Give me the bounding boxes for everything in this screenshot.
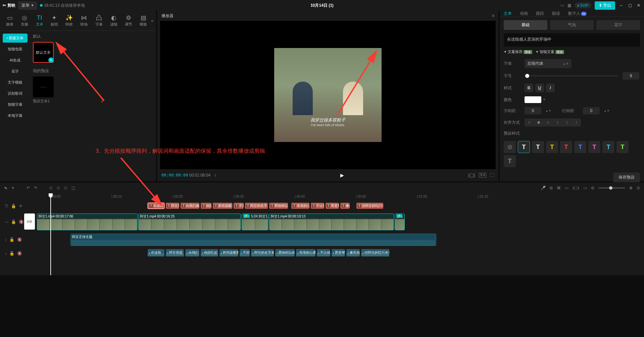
export-button[interactable]: ⬆ 导出	[595, 1, 615, 10]
text-clip[interactable]: T向我们娓娓	[181, 203, 199, 209]
text-clip[interactable]: T阿甘的名字	[245, 203, 268, 209]
ratio-icon[interactable]: 9:4	[479, 173, 486, 178]
audio-voice-clip[interactable]: ♪阿甘的名字来	[251, 249, 274, 256]
save-preset-button[interactable]: 保存预设	[613, 173, 640, 182]
zoom-slider[interactable]	[598, 187, 625, 189]
audio-voice-clip[interactable]: ♪而他却以此	[275, 249, 295, 256]
preset-none[interactable]: ⊘	[504, 141, 516, 153]
lock-icon[interactable]: 🔓	[9, 237, 14, 242]
redo-button[interactable]: ↷	[34, 186, 37, 190]
tool-media[interactable]: ▭媒体	[3, 12, 17, 29]
audio-voice-clip[interactable]: ♪那些温暖而	[219, 249, 238, 256]
text-clip[interactable]: T像他	[340, 203, 350, 209]
video-clip[interactable]: ⚡变速 1	[395, 213, 405, 230]
delete-left-button[interactable]: ⦾	[57, 186, 60, 190]
close-button[interactable]: ✕	[636, 3, 641, 8]
audio-voice-clip[interactable]: ♪不让他	[317, 249, 330, 256]
audio-clip[interactable]: 阿甘正传主题	[70, 234, 436, 246]
color-picker[interactable]	[525, 96, 541, 103]
align-left[interactable]: ≡	[525, 119, 533, 126]
underline-button[interactable]: U	[535, 84, 544, 92]
playhead[interactable]	[50, 193, 51, 275]
video-clip[interactable]: 阿甘1.mp4 00:00:17:06	[37, 213, 138, 230]
menu-button[interactable]: 菜单▼	[18, 1, 37, 10]
minimize-button[interactable]: ─	[618, 3, 624, 8]
sidebar-lyrics[interactable]: 识别歌词	[3, 89, 28, 98]
play-button[interactable]: ▶	[340, 173, 344, 178]
marker-icon[interactable]: ⦀	[214, 173, 216, 178]
fullscreen-icon[interactable]: ⛶	[490, 173, 494, 178]
text-clip[interactable]: T但阿甘的IQ只有	[356, 203, 383, 209]
text-clip[interactable]: T母亲的心	[291, 203, 309, 209]
snap-icon[interactable]: ⊏⊐	[573, 186, 579, 190]
preset-green[interactable]: T	[616, 141, 629, 153]
tool-adjust[interactable]: ⚙调节	[121, 12, 136, 29]
lock-icon[interactable]: 🔓	[11, 220, 16, 224]
text-clip[interactable]: T他回忆	[201, 203, 211, 209]
cursor-tool[interactable]: ⬉	[4, 186, 7, 190]
audio-voice-clip[interactable]: ♪阿甘用温	[166, 249, 184, 256]
tool-transition[interactable]: ⋈转场	[77, 12, 91, 29]
audio-voice-clip[interactable]: ♪向我们	[185, 249, 199, 256]
audio-voice-clip[interactable]: ♪不同	[240, 249, 250, 256]
sidebar-ai-gen[interactable]: AI生成	[3, 56, 28, 65]
italic-button[interactable]: I	[546, 84, 555, 92]
text-clip[interactable]: T不同	[234, 203, 244, 209]
align-center[interactable]: ≡	[535, 119, 543, 126]
spacing-input[interactable]: 0	[525, 107, 541, 114]
tool-template[interactable]: ▤模板	[136, 12, 150, 29]
cover-thumb[interactable]: 封面	[24, 213, 35, 230]
zoom-out[interactable]: ⊖	[591, 186, 594, 190]
lock-icon[interactable]: 🔓	[9, 251, 14, 256]
lock-icon[interactable]: 🔓	[11, 204, 16, 208]
ai-smart[interactable]: ✦ 智能文案 限免	[536, 49, 564, 54]
ai-recommend[interactable]: ✦ 文案推荐 限免	[504, 49, 532, 54]
delete-button[interactable]: ▢	[71, 186, 75, 190]
tool-effect[interactable]: ✨特效	[62, 12, 76, 29]
font-select[interactable]: 后现代体▲▼	[525, 59, 572, 68]
align-v3[interactable]: ⦀	[572, 119, 580, 126]
audio-voice-clip[interactable]: ♪但阿甘的IQ只有75	[361, 249, 389, 256]
link-icon[interactable]: ⌘	[557, 186, 561, 190]
text-content-input[interactable]: 在这段感人至深的开场中	[504, 33, 640, 47]
align-v2[interactable]: ⦀	[563, 119, 571, 126]
player-menu-icon[interactable]: ≡	[492, 13, 494, 18]
magnet-icon[interactable]: ⧉	[550, 186, 553, 190]
sidebar-template[interactable]: 文字模板	[3, 78, 28, 87]
visibility-icon[interactable]: 👁	[19, 204, 23, 208]
bold-button[interactable]: B	[525, 84, 533, 92]
text-clip[interactable]: T阿甘用	[166, 203, 179, 209]
tool-filter[interactable]: ◐滤镜	[107, 12, 121, 29]
align-right[interactable]: ≡	[544, 119, 552, 126]
line-input[interactable]: 0	[583, 107, 600, 114]
preset-cyan[interactable]: T	[602, 141, 614, 153]
preview-icon[interactable]: ▭	[565, 186, 568, 190]
audio-voice-clip[interactable]: ♪而是帮	[332, 249, 345, 256]
sidebar-smart-pack[interactable]: 智能包装	[3, 45, 28, 54]
preset-white[interactable]: T	[518, 141, 530, 153]
sidebar-fancy[interactable]: 花字	[3, 67, 28, 76]
maximize-button[interactable]: ▢	[627, 3, 633, 8]
tab-track[interactable]: 跟踪	[536, 11, 544, 16]
text-clip[interactable]: T而他却以	[269, 203, 288, 209]
safe-zone-icon[interactable]: [◯]	[468, 173, 475, 178]
sidebar-local-caption[interactable]: 本地字幕	[3, 111, 28, 120]
preset-red[interactable]: T	[560, 141, 572, 153]
audio-voice-clip[interactable]: ♪像其他	[346, 249, 360, 256]
mic-icon[interactable]: 🎤	[541, 186, 546, 190]
size-slider[interactable]	[525, 75, 618, 77]
zoom-in[interactable]: ⊕	[629, 186, 633, 190]
tool-caption[interactable]: 凸字幕	[92, 12, 106, 29]
undo-button[interactable]: ↶	[27, 186, 30, 190]
layout-icon[interactable]: ▭	[560, 3, 564, 8]
text-clip[interactable]: T那些温暖而	[213, 203, 232, 209]
tool-text[interactable]: TI文本	[32, 12, 46, 29]
cursor-dropdown[interactable]: ▼	[11, 186, 14, 190]
video-clip[interactable]: 阿甘1.mp4 00:00:18:13	[269, 213, 394, 230]
tab-digital[interactable]: 数字人AI	[568, 11, 587, 16]
track-icon[interactable]: ▭	[583, 186, 587, 190]
text-clip[interactable]: T不让他	[311, 203, 324, 209]
mute-icon[interactable]: 🔇	[17, 237, 22, 242]
timeline-ruler[interactable]: | 00:00| 00:10| 00:20| 00:30| 00:40| 00:…	[0, 193, 644, 201]
audio-voice-clip[interactable]: ♪在这段	[148, 249, 164, 256]
